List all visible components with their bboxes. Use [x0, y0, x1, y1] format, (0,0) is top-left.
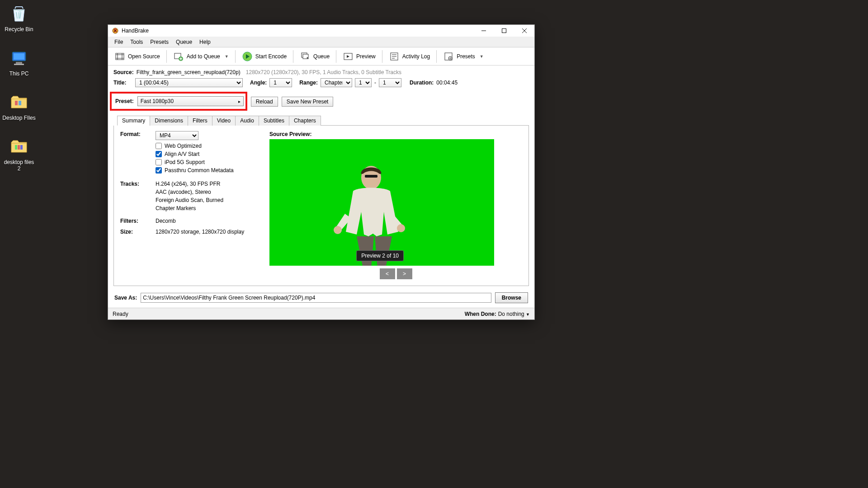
- browse-button[interactable]: Browse: [495, 292, 528, 303]
- svg-point-10: [115, 28, 116, 30]
- svg-rect-4: [15, 101, 18, 105]
- desktop-icon-recycle-bin[interactable]: Recycle Bin: [2, 3, 36, 33]
- svg-rect-6: [15, 145, 17, 150]
- preset-highlight: Preset: Fast 1080p30 ▸: [110, 92, 247, 111]
- menu-help[interactable]: Help: [196, 38, 214, 47]
- duration-label: Duration:: [410, 80, 434, 86]
- folder-icon: [8, 91, 30, 113]
- preset-dropdown[interactable]: Fast 1080p30 ▸: [137, 96, 244, 106]
- open-source-button[interactable]: Open Source: [111, 49, 164, 64]
- menu-presets[interactable]: Presets: [146, 38, 172, 47]
- web-optimized-checkbox[interactable]: Web Optimized: [156, 143, 260, 149]
- titlebar: HandBrake: [108, 25, 534, 37]
- passthru-checkbox[interactable]: Passthru Common Metadata: [156, 167, 260, 174]
- filters-label: Filters:: [120, 218, 156, 224]
- when-done-dropdown[interactable]: Do nothing ▼: [498, 311, 530, 317]
- toolbar-separator: [382, 50, 382, 63]
- tab-video[interactable]: Video: [212, 116, 236, 126]
- desktop-icon-desktop-files[interactable]: Desktop FIles: [2, 91, 36, 121]
- presets-button[interactable]: Presets ▼: [439, 49, 487, 64]
- tab-chapters[interactable]: Chapters: [289, 116, 321, 126]
- range-type-select[interactable]: Chapters: [321, 78, 352, 87]
- align-av-input[interactable]: [156, 151, 162, 157]
- activity-log-button[interactable]: Activity Log: [385, 49, 434, 64]
- tab-filters[interactable]: Filters: [188, 116, 212, 126]
- source-label: Source:: [113, 69, 134, 75]
- statusbar: Ready When Done: Do nothing ▼: [108, 308, 534, 319]
- start-encode-label: Start Encode: [255, 53, 287, 60]
- tab-dimensions[interactable]: Dimensions: [150, 116, 188, 126]
- when-done-label: When Done:: [465, 311, 496, 317]
- presets-label: Presets: [457, 53, 475, 60]
- save-new-preset-button[interactable]: Save New Preset: [282, 97, 334, 107]
- tabs: Summary Dimensions Filters Video Audio S…: [117, 115, 529, 126]
- svg-rect-8: [20, 145, 23, 150]
- preview-button[interactable]: Preview: [339, 49, 379, 64]
- menu-queue[interactable]: Queue: [172, 38, 196, 47]
- queue-button[interactable]: Queue: [296, 49, 333, 64]
- queue-icon: [300, 51, 311, 62]
- preview-label: Preview: [356, 53, 376, 60]
- add-to-queue-button[interactable]: Add to Queue ▼: [170, 49, 232, 64]
- source-name: Filthy_frank_green_screen_reupload(720p): [137, 69, 241, 75]
- duration-value: 00:04:45: [436, 80, 458, 86]
- preview-next-button[interactable]: >: [397, 268, 412, 279]
- svg-rect-12: [116, 53, 124, 60]
- log-icon: [389, 51, 400, 62]
- handbrake-window: HandBrake File Tools Presets Queue Help …: [108, 24, 535, 320]
- start-encode-button[interactable]: Start Encode: [238, 49, 290, 64]
- handbrake-app-icon: [112, 27, 119, 34]
- menu-tools[interactable]: Tools: [127, 38, 146, 47]
- save-as-row: Save As: Browse: [113, 292, 529, 303]
- ipod-checkbox[interactable]: iPod 5G Support: [156, 159, 260, 165]
- tracks-label: Tracks:: [120, 181, 156, 213]
- maximize-button[interactable]: [494, 25, 514, 37]
- web-optimized-input[interactable]: [156, 143, 162, 149]
- toolbar-separator: [235, 50, 236, 63]
- ipod-input[interactable]: [156, 159, 162, 165]
- source-row: Source: Filthy_frank_green_screen_reuplo…: [113, 69, 529, 75]
- svg-rect-1: [14, 53, 24, 60]
- desktop-icon-label: Desktop FIles: [2, 115, 36, 121]
- summary-panel: Format: MP4 Web Optimized Align A/V Star…: [113, 126, 529, 286]
- svg-point-26: [397, 224, 405, 232]
- format-select[interactable]: MP4: [156, 131, 198, 140]
- chevron-right-icon: ▸: [238, 99, 241, 104]
- save-as-label: Save As:: [114, 295, 137, 301]
- svg-point-25: [334, 226, 342, 234]
- minimize-button[interactable]: [473, 25, 494, 37]
- toolbar-separator: [436, 50, 437, 63]
- menu-file[interactable]: File: [111, 38, 127, 47]
- range-to-select[interactable]: 1: [379, 78, 401, 87]
- activity-log-label: Activity Log: [402, 53, 430, 60]
- chevron-down-icon: ▼: [526, 312, 530, 317]
- source-preview: Preview 2 of 10: [269, 139, 494, 266]
- add-to-queue-label: Add to Queue: [187, 53, 220, 60]
- close-button[interactable]: [514, 25, 534, 37]
- menubar: File Tools Presets Queue Help: [108, 37, 534, 47]
- open-source-label: Open Source: [128, 53, 160, 60]
- range-from-select[interactable]: 1: [355, 78, 372, 87]
- angle-select[interactable]: 1: [269, 78, 292, 87]
- presets-icon: [443, 51, 454, 62]
- svg-rect-3: [14, 64, 24, 65]
- toolbar-separator: [293, 50, 293, 63]
- tab-subtitles[interactable]: Subtitles: [259, 116, 289, 126]
- tab-summary[interactable]: Summary: [117, 116, 150, 126]
- desktop-icon-desktop-files-2[interactable]: desktop files 2: [2, 136, 36, 172]
- film-icon: [114, 51, 125, 62]
- preview-prev-button[interactable]: <: [380, 268, 395, 279]
- desktop-icon-label: Recycle Bin: [2, 26, 36, 33]
- source-preview-label: Source Preview:: [269, 131, 522, 137]
- passthru-input[interactable]: [156, 167, 162, 174]
- format-label: Format:: [120, 131, 156, 140]
- tab-audio[interactable]: Audio: [235, 116, 259, 126]
- reload-preset-button[interactable]: Reload: [251, 97, 278, 107]
- toolbar: Open Source Add to Queue ▼ Start Encode …: [108, 47, 534, 66]
- save-as-input[interactable]: [141, 293, 491, 303]
- title-select[interactable]: 1 (00:04:45): [135, 78, 243, 87]
- preview-icon: [343, 51, 354, 62]
- range-label: Range:: [299, 80, 318, 86]
- align-av-checkbox[interactable]: Align A/V Start: [156, 151, 260, 157]
- desktop-icon-this-pc[interactable]: This PC: [2, 47, 36, 77]
